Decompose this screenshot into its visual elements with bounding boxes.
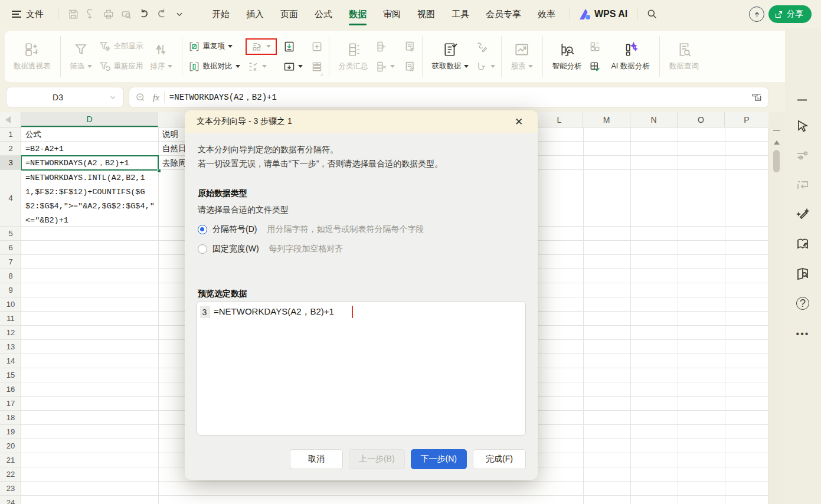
quick-access-more-icon[interactable] <box>171 5 188 23</box>
magnifier-minus-icon[interactable] <box>135 92 146 103</box>
record-form-button[interactable] <box>309 38 325 55</box>
row-header-24[interactable]: 24 <box>0 496 21 504</box>
reapply-button[interactable]: 重新应用 <box>97 58 145 75</box>
column-header-n[interactable]: N <box>630 112 678 127</box>
get-data-button[interactable]: 获取数据 <box>427 42 474 71</box>
dialog-title-bar[interactable]: 文本分列向导 - 3 步骤之 1 ✕ <box>185 110 538 133</box>
tab-efficiency[interactable]: 效率 <box>529 0 564 28</box>
data-compare-button[interactable]: 数据对比 <box>187 58 242 75</box>
row-header-9[interactable]: 9 <box>0 283 21 297</box>
cell-E2[interactable]: 自然日 <box>159 142 185 156</box>
filter-button[interactable]: 筛选 <box>65 42 97 71</box>
row-header-16[interactable]: 16 <box>0 382 21 397</box>
finish-button[interactable]: 完成(F) <box>473 449 526 469</box>
tab-page[interactable]: 页面 <box>272 0 306 28</box>
column-header-o[interactable]: O <box>678 112 725 127</box>
refresh-button[interactable] <box>474 58 497 75</box>
radio-unselected-icon[interactable] <box>198 244 207 254</box>
chevron-down-icon[interactable] <box>109 94 116 101</box>
row-header-20[interactable]: 20 <box>0 439 21 453</box>
formula-bar[interactable]: fx =NETWORKDAYS(A2，B2)+1 fx <box>129 87 769 108</box>
row-header-7[interactable]: 7 <box>0 255 21 269</box>
undo-icon[interactable] <box>135 5 153 23</box>
row-header-3[interactable]: 3 <box>0 156 21 170</box>
more-dots-icon[interactable]: ••• <box>793 325 812 343</box>
row-header-1[interactable]: 1 <box>0 127 21 142</box>
file-menu[interactable]: 文件 <box>26 9 44 20</box>
pivot-table-button[interactable]: 数据透视表 <box>8 42 56 71</box>
smart-analysis-button[interactable]: 智能分析 <box>547 42 587 71</box>
select-all-corner[interactable] <box>0 112 21 127</box>
row-header-17[interactable]: 17 <box>0 397 21 411</box>
search-icon[interactable] <box>643 5 661 23</box>
cursor-icon[interactable] <box>793 117 812 136</box>
cancel-button[interactable]: 取消 <box>290 449 343 469</box>
import-data-button[interactable] <box>282 38 305 55</box>
cell-D1[interactable]: 公式 <box>22 127 158 142</box>
row-header-11[interactable]: 11 <box>0 312 21 326</box>
group-button[interactable] <box>374 38 397 55</box>
cell-D4[interactable]: =NETWORKDAYS.INTL(A2,B2,11,$F$2:$F$12)+C… <box>22 171 158 227</box>
split-handle-icon[interactable] <box>773 130 780 131</box>
dialog-launcher-icon[interactable]: ⌟ <box>320 70 323 76</box>
save-icon[interactable] <box>64 5 82 23</box>
row-header-5[interactable]: 5 <box>0 227 21 241</box>
back-button[interactable]: 上一步(B) <box>349 449 405 469</box>
collapse-toolbar-icon[interactable] <box>797 99 807 101</box>
split-columns-button[interactable] <box>250 40 273 53</box>
column-header-m[interactable]: M <box>583 112 630 127</box>
radio-selected-icon[interactable] <box>198 225 207 234</box>
stock-button[interactable]: 股票 <box>506 42 538 71</box>
dropdown-list-button[interactable] <box>282 58 305 75</box>
document-search-icon[interactable] <box>793 264 812 283</box>
show-all-button[interactable]: 全部显示 <box>97 38 145 55</box>
vertical-scrollbar[interactable] <box>768 112 785 504</box>
edit-links-button[interactable] <box>474 38 497 55</box>
cell-D3[interactable]: =NETWORKDAYS(A2，B2)+1 <box>22 156 156 169</box>
validation-button[interactable] <box>246 58 277 75</box>
cloud-upload-icon[interactable] <box>749 6 764 22</box>
hamburger-icon[interactable] <box>12 11 21 18</box>
tab-insert[interactable]: 插入 <box>238 0 272 28</box>
column-header-l[interactable]: L <box>536 112 583 127</box>
radio-fixed-width-row[interactable]: 固定宽度(W) 每列字段加空格对齐 <box>198 244 525 254</box>
formula-text[interactable]: =NETWORKDAYS(A2，B2)+1 <box>169 92 277 103</box>
tab-home[interactable]: 开始 <box>204 0 238 28</box>
row-header-6[interactable]: 6 <box>0 241 21 255</box>
reposition-icon[interactable] <box>793 176 812 195</box>
row-header-12[interactable]: 12 <box>0 326 21 340</box>
tab-formulas[interactable]: 公式 <box>306 0 341 28</box>
column-header-d[interactable]: D <box>21 112 158 127</box>
redo-icon[interactable] <box>153 5 171 23</box>
ai-analysis-button[interactable]: AI 数据分析 <box>606 42 655 71</box>
tab-data[interactable]: 数据 <box>341 0 375 28</box>
tab-tools[interactable]: 工具 <box>443 0 477 28</box>
analysis-check-button[interactable] <box>587 58 603 75</box>
cell-E1[interactable]: 说明 <box>159 127 185 142</box>
fx-icon[interactable]: fx <box>153 93 159 103</box>
row-header-21[interactable]: 21 <box>0 453 21 467</box>
adjust-sliders-icon[interactable] <box>793 146 812 165</box>
subtotal-button[interactable]: 分类汇总 <box>333 42 374 71</box>
data-query-button[interactable]: 数据查询 <box>664 42 704 71</box>
scrollbar-thumb[interactable] <box>773 150 780 172</box>
export-pdf-icon[interactable] <box>82 5 100 23</box>
row-header-15[interactable]: 15 <box>0 368 21 382</box>
tab-view[interactable]: 视图 <box>409 0 443 28</box>
tab-review[interactable]: 审阅 <box>375 0 409 28</box>
show-detail-button[interactable] <box>403 38 418 55</box>
cell-D2[interactable]: =B2-A2+1 <box>22 142 158 156</box>
row-header-22[interactable]: 22 <box>0 467 21 482</box>
row-header-2[interactable]: 2 <box>0 142 21 156</box>
preview-box[interactable]: 3 =NETWORKDAYS(A2，B2)+1 <box>197 301 526 436</box>
close-icon[interactable]: ✕ <box>512 116 526 128</box>
name-box[interactable]: D3 <box>6 87 124 108</box>
row-header-8[interactable]: 8 <box>0 269 21 283</box>
print-preview-icon[interactable] <box>117 5 135 23</box>
expand-formula-bar-icon[interactable]: fx <box>751 92 763 103</box>
wps-ai-button[interactable]: WPS AI <box>580 9 627 19</box>
share-button[interactable]: 分享 <box>768 5 812 23</box>
row-header-19[interactable]: 19 <box>0 425 21 439</box>
notebook-icon[interactable] <box>793 235 812 254</box>
row-header-10[interactable]: 10 <box>0 297 21 312</box>
